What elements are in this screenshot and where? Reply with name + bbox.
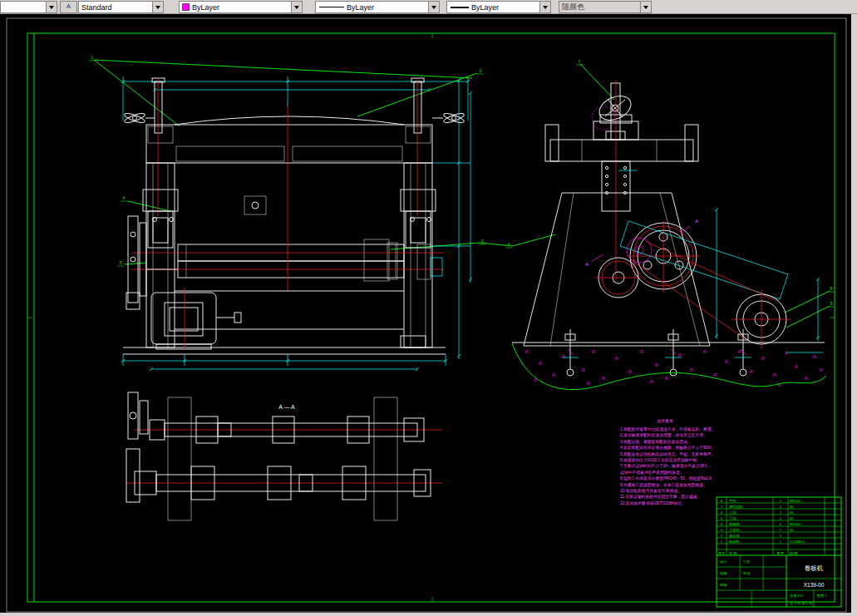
- side-handwheel: [592, 91, 635, 130]
- side-view: A A: [512, 64, 830, 390]
- cad-application-window: A Standard ByLayer ByLayer ByLayer 随颜色: [0, 0, 857, 616]
- callout-number: 2: [480, 68, 482, 73]
- bom-cell: 2: [721, 534, 723, 538]
- drawing-canvas[interactable]: A — A: [0, 14, 851, 613]
- section-cut-mark: A: [695, 219, 698, 224]
- label-design: 设计: [720, 559, 727, 564]
- bom-cell: 6: [721, 510, 723, 515]
- label-check: 校核: [720, 571, 727, 575]
- note-line: 1.装配前所有零件均应清洗干净，不得有毛刺、铁屑。: [620, 426, 715, 432]
- bom-cell: 1: [780, 540, 782, 544]
- bom-cell: HT200: [790, 522, 800, 526]
- bom-cell: 1: [721, 540, 723, 544]
- bom-cell: 4: [780, 522, 782, 526]
- bom-cell: 45: [790, 510, 794, 515]
- callout-number: 1: [91, 55, 94, 60]
- bom-cell: 手轮: [729, 499, 736, 503]
- note-line: 2.滚动轴承装配时应涂润滑脂，转动灵活无卡滞。: [620, 432, 707, 438]
- note-line: 8.辊筒工作表面淬火硬度HRC45～50，粗糙度Ra1.6。: [620, 476, 716, 481]
- note-line: 4.齿轮装配后应保证啮合侧隙，接触斑点不小于60%。: [620, 445, 715, 451]
- bom-cell: 1: [780, 528, 782, 532]
- chevron-down-icon[interactable]: [46, 2, 57, 12]
- bom-table: 8 手轮 2 HT200 7 调节丝杠 2 45 6 上辊 1 45 5 下辊 …: [717, 497, 841, 556]
- bom-cell: 45: [790, 516, 794, 520]
- title-block: 8 手轮 2 HT200 7 调节丝杠 2 45 6 上辊 1 45 5 下辊 …: [717, 497, 841, 607]
- bom-cell: 调节丝杠: [729, 505, 744, 509]
- linetype-sample-icon: [319, 7, 344, 7]
- bom-header-cell: 序号: [718, 551, 726, 555]
- bom-cell: 45: [790, 528, 794, 532]
- callout-number: 3: [481, 239, 484, 244]
- bom-header-cell: 名 称: [729, 551, 737, 555]
- properties-toolbar: A Standard ByLayer ByLayer ByLayer 随颜色: [0, 0, 857, 14]
- style-combo-value: Standard: [79, 3, 152, 12]
- chevron-down-icon[interactable]: [428, 2, 439, 12]
- plotstyle-combo: 随颜色: [559, 1, 652, 13]
- callouts: 1 2 3 4 5 6 7 8 9: [89, 55, 835, 307]
- bom-cell: Y132M-4: [790, 540, 805, 544]
- note-line: 5.装配后各运动机构应运转灵活、平稳，无异常噪声。: [620, 451, 715, 457]
- bom-cell: 1: [780, 534, 782, 538]
- section-view: A — A: [126, 392, 442, 520]
- anchor-bolts: [562, 329, 751, 376]
- label-approve: 批准: [742, 571, 751, 575]
- bom-cell: 2: [780, 516, 782, 520]
- lineweight-sample-icon: [451, 7, 469, 8]
- label-qty: 数量 1: [817, 594, 828, 598]
- bom-cell: 上辊: [729, 510, 736, 515]
- label-scale: 比例 1:5: [790, 594, 803, 599]
- bom-cell: 减速器: [729, 534, 740, 538]
- linetype-combo-value: ByLayer: [344, 3, 428, 12]
- bom-cell: 2: [780, 505, 782, 509]
- callout-number: 7: [579, 59, 581, 64]
- chevron-down-icon[interactable]: [539, 2, 550, 12]
- note-line: 10.电动机及电气设备应可靠接地。: [620, 488, 682, 494]
- bom-cell: 5: [721, 516, 723, 520]
- lineweight-combo[interactable]: ByLayer: [446, 1, 551, 13]
- color-combo[interactable]: ByLayer: [179, 1, 303, 13]
- section-cut-mark: A: [585, 262, 589, 267]
- label-sheet: 共 1 张 第 1 张: [790, 601, 813, 605]
- drawing-number: X139-00: [804, 582, 825, 588]
- chevron-down-icon: [640, 2, 651, 12]
- front-view: [94, 60, 512, 371]
- callout-number: 8: [830, 286, 833, 291]
- chevron-down-icon[interactable]: [152, 2, 163, 12]
- product-name: 卷板机: [805, 564, 824, 572]
- callout-number: 9: [830, 301, 833, 306]
- style-combo[interactable]: Standard: [78, 1, 164, 13]
- notes-block: 技术要求 1.装配前所有零件均应清洗干净，不得有毛刺、铁屑。 2.滚动轴承装配时…: [620, 419, 716, 506]
- linetype-combo[interactable]: ByLayer: [315, 1, 440, 13]
- note-line: 12.其余技术要求按GB/T13384执行。: [620, 501, 686, 506]
- drawing-frame: [27, 33, 835, 602]
- chevron-down-icon[interactable]: [291, 2, 302, 12]
- bom-cell: 轴承座: [729, 522, 740, 526]
- callout-number: 4: [123, 195, 126, 200]
- section-label: A — A: [278, 404, 295, 410]
- left-handwheel: [124, 111, 155, 124]
- label-audit: 审核: [720, 583, 727, 587]
- bom-cell: 8: [721, 499, 723, 503]
- note-line: 9.外露加工面涂防锈油，非加工面涂灰色防锈漆。: [620, 482, 707, 488]
- note-line: 6.减速器内注入N100工业齿轮油至油标中线。: [620, 457, 701, 463]
- note-line: 运转中不得有冲击声及周期性杂音。: [620, 470, 684, 476]
- bom-cell: 3: [721, 528, 723, 532]
- lineweight-combo-value: ByLayer: [469, 3, 539, 12]
- bom-cell: 2: [780, 499, 782, 503]
- plotstyle-combo-value: 随颜色: [559, 2, 640, 12]
- motor-front: [151, 288, 241, 349]
- callout-number: 6: [508, 242, 510, 247]
- text-style-icon[interactable]: A: [60, 1, 77, 13]
- note-line: 3.各配合面、摩擦面装配前应涂润滑油。: [620, 439, 692, 445]
- bom-cell: 4: [721, 522, 723, 526]
- notes-title: 技术要求: [657, 419, 672, 424]
- bom-cell: 下辊: [728, 516, 736, 520]
- bom-cell: 7: [721, 505, 723, 509]
- bom-cell: 大齿轮: [729, 528, 740, 532]
- color-swatch-magenta: [182, 3, 190, 11]
- bottom-edge-strip: [0, 613, 857, 616]
- layer-combo[interactable]: [0, 1, 57, 13]
- bom-header-cell: 数量: [777, 551, 784, 555]
- bom-cell: HT200: [790, 499, 800, 503]
- bom-cell: 电动机: [729, 540, 740, 544]
